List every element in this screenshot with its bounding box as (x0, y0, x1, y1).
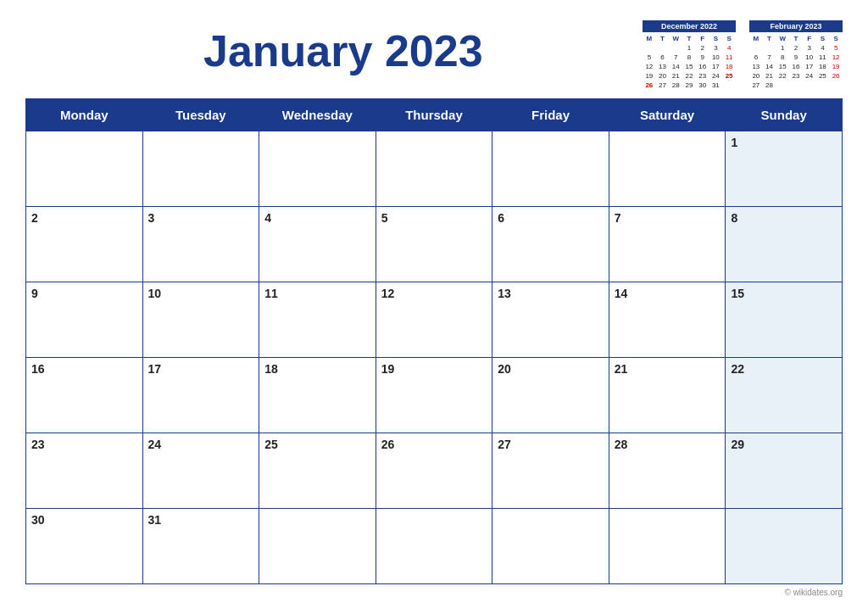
day-cell-15: 15 (726, 282, 843, 358)
calendar-week-3: 9 10 11 12 13 14 15 (26, 282, 843, 358)
day-cell-27: 27 (492, 433, 609, 509)
top-section: January 2023 December 2022 M T W T F S S (25, 17, 843, 90)
footer-credit: © wikidates.org (25, 584, 843, 597)
col-s2: S (722, 34, 736, 43)
day-cell-empty (142, 131, 259, 207)
col-s: S (816, 34, 830, 43)
day-cell-12: 12 (376, 282, 492, 358)
col-t2: T (789, 34, 803, 43)
day-cell-17: 17 (142, 358, 259, 433)
calendar-week-5: 23 24 25 26 27 28 29 (26, 433, 843, 509)
day-cell-10: 10 (142, 282, 259, 358)
day-cell-empty (609, 131, 726, 207)
calendar-header-row: Monday Tuesday Wednesday Thursday Friday… (26, 99, 843, 131)
day-cell-empty (259, 509, 376, 584)
col-monday: Monday (26, 99, 143, 131)
col-wednesday: Wednesday (259, 99, 376, 131)
page-title: January 2023 (25, 17, 483, 76)
day-cell-23: 23 (26, 433, 143, 509)
col-w: W (776, 34, 789, 43)
day-cell-empty-sunday (726, 509, 843, 584)
col-sunday: Sunday (726, 99, 843, 131)
day-cell-3: 3 (142, 207, 259, 282)
day-cell-24: 24 (142, 433, 259, 509)
day-cell-26: 26 (376, 433, 492, 509)
day-cell-28: 28 (609, 433, 726, 509)
col-tuesday: Tuesday (142, 99, 259, 131)
mini-calendars: December 2022 M T W T F S S (643, 20, 843, 90)
day-cell-5: 5 (376, 207, 492, 282)
day-cell-empty (376, 131, 492, 207)
day-cell-22: 22 (726, 358, 843, 433)
page: January 2023 December 2022 M T W T F S S (0, 0, 868, 614)
day-cell-19: 19 (376, 358, 492, 433)
day-cell-empty (609, 509, 726, 584)
mini-cal-december-table: M T W T F S S 1 2 3 (643, 34, 736, 90)
day-cell-31: 31 (142, 509, 259, 584)
day-cell-11: 11 (259, 282, 376, 358)
col-s: S (709, 34, 723, 43)
day-cell-6: 6 (492, 207, 609, 282)
day-cell-16: 16 (26, 358, 143, 433)
day-cell-4: 4 (259, 207, 376, 282)
day-cell-30: 30 (26, 509, 143, 584)
day-cell-1: 1 (726, 131, 843, 207)
mini-cal-february-title: February 2023 (749, 20, 843, 32)
col-t: T (656, 34, 670, 43)
calendar-week-4: 16 17 18 19 20 21 22 (26, 358, 843, 433)
calendar-week-1: 1 (26, 131, 843, 207)
day-cell-empty (376, 509, 492, 584)
col-f: F (803, 34, 816, 43)
day-cell-25: 25 (259, 433, 376, 509)
day-cell-21: 21 (609, 358, 726, 433)
day-cell-20: 20 (492, 358, 609, 433)
col-s2: S (829, 34, 843, 43)
mini-cal-february: February 2023 M T W T F S S 1 (749, 20, 843, 90)
day-cell-13: 13 (492, 282, 609, 358)
day-cell-empty (259, 131, 376, 207)
day-cell-29: 29 (726, 433, 843, 509)
day-cell-2: 2 (26, 207, 143, 282)
col-m: M (749, 34, 763, 43)
col-t2: T (682, 34, 696, 43)
day-cell-18: 18 (259, 358, 376, 433)
col-t: T (763, 34, 776, 43)
calendar-week-2: 2 3 4 5 6 7 8 (26, 207, 843, 282)
day-cell-7: 7 (609, 207, 726, 282)
mini-cal-december: December 2022 M T W T F S S (643, 20, 736, 90)
day-cell-empty (26, 131, 143, 207)
col-friday: Friday (492, 99, 609, 131)
col-f: F (696, 34, 709, 43)
day-cell-14: 14 (609, 282, 726, 358)
calendar-week-6: 30 31 (26, 509, 843, 584)
main-calendar: Monday Tuesday Wednesday Thursday Friday… (25, 98, 843, 584)
mini-cal-february-table: M T W T F S S 1 2 3 4 (749, 34, 843, 90)
col-w: W (669, 34, 682, 43)
day-cell-empty (492, 509, 609, 584)
col-saturday: Saturday (609, 99, 726, 131)
col-m: M (643, 34, 656, 43)
day-cell-8: 8 (726, 207, 843, 282)
day-cell-9: 9 (26, 282, 143, 358)
mini-cal-december-title: December 2022 (643, 20, 736, 32)
col-thursday: Thursday (376, 99, 492, 131)
day-cell-empty (492, 131, 609, 207)
